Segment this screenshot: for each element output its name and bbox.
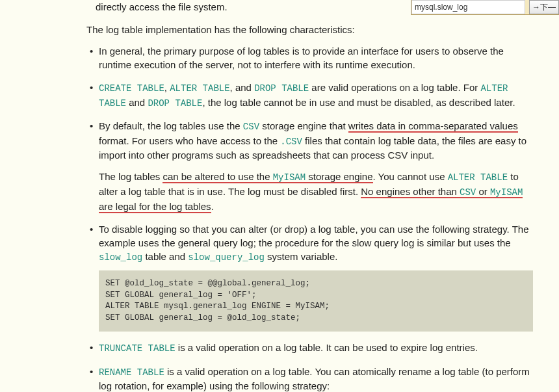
text: . You cannot use	[373, 171, 448, 182]
text: To disable logging so that you can alter…	[99, 224, 529, 248]
text: .	[211, 201, 214, 212]
text: and	[126, 97, 148, 108]
code-create-table: CREATE TABLE	[99, 83, 164, 94]
code-drop-table: DROP TABLE	[254, 83, 309, 94]
text: is a valid operation on a log table. It …	[176, 342, 478, 353]
code-slow-log: slow_log	[99, 252, 142, 263]
text: storage engine that	[259, 120, 348, 131]
bullet-csv-default: By default, the log tables use the CSV s…	[90, 119, 533, 213]
code-rename-table: RENAME TABLE	[99, 367, 164, 378]
bullet-purpose: In general, the primary purpose of log t…	[90, 44, 533, 72]
code-alter-table: ALTER TABLE	[448, 172, 508, 183]
text: or	[476, 186, 490, 197]
code-truncate-table: TRUNCATE TABLE	[99, 343, 176, 354]
text: are valid operations on a log table. For	[309, 82, 480, 93]
intro-paragraph: The log table implementation has the fol…	[86, 23, 533, 36]
search-input[interactable]	[411, 0, 525, 14]
code-block-disable: SET @old_log_state = @@global.general_lo…	[99, 270, 533, 332]
text: In general, the primary purpose of log t…	[99, 46, 504, 70]
text: storage engine	[306, 171, 372, 182]
text: The log tables	[99, 171, 162, 182]
code-alter-table: ALTER TABLE	[170, 83, 229, 94]
code-myisam: MyISAM	[273, 172, 306, 183]
text: system variable.	[265, 251, 338, 262]
text: table and	[142, 251, 188, 262]
bullet-disable-strategy: To disable logging so that you can alter…	[90, 222, 533, 332]
code-csv: CSV	[243, 122, 259, 132]
bullet-truncate: TRUNCATE TABLE is a valid operation on a…	[90, 341, 533, 356]
text: format. For users who have access to the	[99, 135, 280, 146]
search-bar: →下—	[411, 0, 559, 15]
text: , and	[230, 82, 255, 93]
document-body: directly access the file system. The log…	[0, 0, 559, 392]
search-next-button[interactable]: →下—	[529, 0, 559, 14]
text: ,	[164, 82, 170, 93]
code-csv: CSV	[460, 187, 476, 198]
text: , the log table cannot be in use and mus…	[202, 97, 515, 108]
code-csv-ext: .CSV	[280, 137, 302, 147]
code-myisam: MyISAM	[490, 187, 523, 198]
underlined-text: writes data in comma-separated values	[348, 120, 518, 133]
text: can be altered to use the	[162, 171, 272, 182]
text: are legal for the log tables	[99, 201, 211, 212]
underlined-text: can be altered to use the MyISAM storage…	[162, 171, 372, 183]
code-slow-query-log: slow_query_log	[188, 252, 265, 263]
bullet-rename: RENAME TABLE is a valid operation on a l…	[90, 365, 533, 392]
text: No engines other than	[361, 186, 460, 197]
text: By default, the log tables use the	[99, 120, 243, 131]
bullet-valid-ops: CREATE TABLE, ALTER TABLE, and DROP TABL…	[90, 81, 533, 110]
code-drop-table: DROP TABLE	[148, 98, 202, 109]
